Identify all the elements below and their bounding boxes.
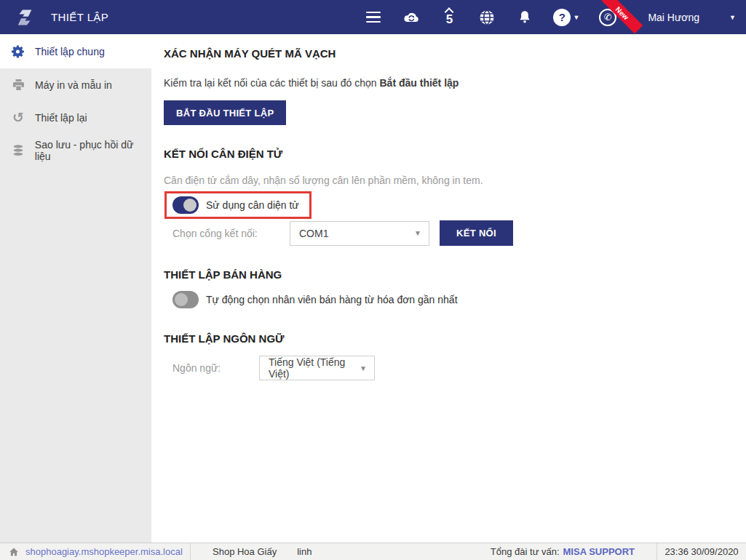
sidebar-item-label: Thiết lập chung (35, 46, 105, 57)
barcode-desc-bold: Bắt đầu thiết lập (380, 77, 459, 89)
barcode-desc-text: Kiểm tra lại kết nối của các thiết bị sa… (164, 77, 380, 89)
scale-section-description: Cân điện tử cắm dây, nhận số lượng cân l… (164, 175, 731, 186)
sidebar-item-reset[interactable]: ↺ Thiết lập lại (0, 101, 151, 134)
support-label: Tổng đài tư vấn: (491, 546, 560, 557)
domain-link[interactable]: shophoagiay.mshopkeeper.misa.local (25, 546, 183, 557)
settings-content: XÁC NHẬN MÁY QUÉT MÃ VẠCH Kiểm tra lại k… (151, 34, 746, 543)
app-window: THIẾT LẬP 5 (0, 0, 746, 560)
status-bar: shophoagiay.mshopkeeper.misa.local Shop … (0, 543, 746, 560)
mshopkeeper-5-icon[interactable]: 5 (440, 8, 459, 27)
top-header-bar: THIẾT LẬP 5 (0, 0, 746, 34)
header-actions: 5 ? ▼ (364, 8, 736, 27)
port-row: Chọn cổng kết nối: COM1 ▼ KẾT NỐI (164, 220, 731, 246)
printer-icon (10, 78, 26, 92)
reset-icon: ↺ (10, 111, 26, 124)
barcode-section-description: Kiểm tra lại kết nối của các thiết bị sa… (164, 77, 731, 89)
sidebar-item-printers[interactable]: Máy in và mẫu in (0, 68, 151, 101)
support-phone-icon[interactable]: ✆ (598, 8, 617, 27)
user-menu[interactable]: Mai Hương ▼ (648, 12, 736, 23)
support-cell: Tổng đài tư vấn: MISA SUPPORT (491, 546, 656, 557)
auto-select-staff-label: Tự động chọn nhân viên bán hàng từ hóa đ… (206, 294, 458, 305)
sales-section-title: THIẾT LẬP BÁN HÀNG (164, 268, 731, 281)
use-scale-toggle[interactable] (172, 196, 199, 214)
globe-icon[interactable] (477, 8, 496, 27)
sidebar-item-label: Sao lưu - phục hồi dữ liệu (35, 139, 151, 162)
use-scale-toggle-label: Sử dụng cân diện tử (206, 199, 299, 211)
language-select[interactable]: Tiếng Việt (Tiếng Việt) ▼ (259, 356, 375, 380)
sidebar-item-label: Máy in và mẫu in (35, 79, 112, 91)
language-row: Ngôn ngữ: Tiếng Việt (Tiếng Việt) ▼ (164, 356, 731, 380)
cashier-name: linh (297, 546, 312, 557)
language-label: Ngôn ngữ: (172, 362, 259, 374)
port-select[interactable]: COM1 ▼ (290, 221, 429, 246)
database-icon (10, 144, 26, 157)
language-section-title: THIẾT LẬP NGÔN NGỮ (164, 332, 731, 345)
bell-icon[interactable] (515, 8, 534, 27)
sales-toggle-row: Tự động chọn nhân viên bán hàng từ hóa đ… (172, 291, 731, 308)
cloud-sync-icon[interactable] (402, 8, 421, 27)
chevron-down-icon: ▼ (360, 364, 367, 372)
user-name: Mai Hương (648, 12, 699, 23)
scale-section-title: KẾT NỐI CÂN ĐIỆN TỬ (164, 148, 731, 160)
connect-button[interactable]: KẾT NỐI (440, 220, 513, 246)
gear-icon (10, 44, 26, 59)
port-select-value: COM1 (299, 228, 328, 239)
chevron-down-icon: ▼ (414, 229, 421, 237)
sidebar-item-general-settings[interactable]: Thiết lập chung (0, 34, 151, 68)
help-icon[interactable]: ? ▼ (553, 8, 579, 27)
support-link[interactable]: MISA SUPPORT (563, 546, 635, 557)
shop-name: Shop Hoa Giấy (213, 546, 277, 557)
barcode-section-title: XÁC NHẬN MÁY QUÉT MÃ VẠCH (164, 47, 731, 60)
sidebar-item-label: Thiết lập lại (35, 112, 87, 124)
menu-icon[interactable] (364, 8, 383, 27)
page-title: THIẾT LẬP (51, 11, 108, 23)
datetime: 23:36 30/09/2020 (656, 543, 746, 560)
start-setup-button[interactable]: BẮT ĐẦU THIẾT LẬP (164, 100, 286, 125)
help-caret-icon: ▼ (573, 14, 579, 21)
user-caret-icon: ▼ (729, 14, 736, 21)
misa-logo-icon[interactable] (13, 6, 36, 29)
language-select-value: Tiếng Việt (Tiếng Việt) (269, 356, 360, 380)
port-label: Chọn cổng kết nối: (172, 228, 290, 239)
auto-select-staff-toggle[interactable] (172, 291, 199, 308)
home-icon[interactable] (9, 547, 19, 557)
domain-cell: shophoagiay.mshopkeeper.misa.local (0, 543, 191, 560)
sidebar-item-backup-restore[interactable]: Sao lưu - phục hồi dữ liệu (0, 134, 151, 167)
highlight-box: Sử dụng cân diện tử (164, 191, 312, 219)
settings-sidebar: Thiết lập chung Máy in và mẫu in ↺ Thiết… (0, 34, 151, 543)
